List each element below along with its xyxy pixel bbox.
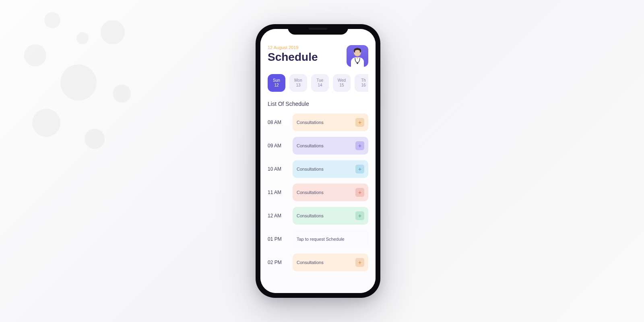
day-chip[interactable]: Tue14 (311, 74, 329, 92)
day-chip[interactable]: Sun12 (268, 74, 285, 92)
phone-screen: 12 August 2019 Schedule Sun12Mon13Tue14W… (260, 29, 376, 293)
slot-label: Consultations (297, 167, 324, 171)
add-button[interactable]: + (355, 118, 364, 127)
schedule-row: 02 PMConsultations+ (268, 254, 368, 271)
add-button[interactable]: + (355, 141, 364, 150)
day-number: 15 (339, 83, 344, 88)
plus-icon: + (358, 166, 361, 172)
phone-frame: 12 August 2019 Schedule Sun12Mon13Tue14W… (256, 24, 380, 298)
add-button[interactable]: + (355, 211, 364, 220)
avatar[interactable] (347, 45, 368, 67)
background-pattern (20, 8, 181, 169)
day-number: 14 (318, 83, 322, 88)
day-chip[interactable]: Wed15 (333, 74, 351, 92)
schedule-row: 11 AMConsultations+ (268, 184, 368, 201)
consultation-card[interactable]: Consultations+ (293, 160, 368, 178)
phone-notch (288, 24, 348, 35)
slot-label: Consultations (297, 143, 324, 148)
plus-icon: + (358, 189, 361, 196)
header-date: 12 August 2019 (268, 45, 318, 50)
slot-time: 10 AM (268, 166, 287, 172)
consultation-card[interactable]: Consultations+ (293, 254, 368, 271)
slot-time: 09 AM (268, 143, 287, 149)
plus-icon: + (358, 259, 361, 266)
add-button[interactable]: + (355, 165, 364, 173)
schedule-row: 09 AMConsultations+ (268, 137, 368, 155)
add-button[interactable]: + (355, 258, 364, 267)
slot-label: Consultations (297, 190, 324, 195)
day-number: 16 (361, 83, 365, 88)
schedule-row: 12 AMConsultations+ (268, 207, 368, 225)
schedule-row: 01 PMTap to request Schedule (268, 230, 368, 248)
schedule-row: 10 AMConsultations+ (268, 160, 368, 178)
slot-label: Consultations (297, 213, 324, 218)
schedule-row: 08 AMConsultations+ (268, 114, 368, 131)
slot-time: 12 AM (268, 213, 287, 219)
add-button[interactable]: + (355, 188, 364, 197)
day-name: Sun (273, 78, 280, 83)
day-name: Wed (338, 78, 346, 83)
consultation-card[interactable]: Consultations+ (293, 137, 368, 155)
header: 12 August 2019 Schedule (268, 45, 368, 67)
day-picker: Sun12Mon13Tue14Wed15Th16 (268, 74, 368, 92)
consultation-card[interactable]: Consultations+ (293, 207, 368, 225)
schedule-list: 08 AMConsultations+09 AMConsultations+10… (268, 114, 368, 271)
slot-label: Consultations (297, 260, 324, 265)
day-chip[interactable]: Th16 (355, 74, 368, 92)
day-chip[interactable]: Mon13 (289, 74, 307, 92)
svg-point-1 (357, 62, 358, 64)
slot-time: 01 PM (268, 236, 287, 242)
plus-icon: + (358, 142, 361, 149)
day-name: Th (361, 78, 366, 83)
section-label: List Of Schedule (268, 101, 368, 107)
slot-label: Consultations (297, 120, 324, 125)
consultation-card[interactable]: Consultations+ (293, 184, 368, 201)
plus-icon: + (358, 119, 361, 126)
doctor-avatar-icon (348, 47, 367, 67)
plus-icon: + (358, 213, 361, 219)
day-name: Tue (317, 78, 324, 83)
consultation-card[interactable]: Consultations+ (293, 114, 368, 131)
header-text-block: 12 August 2019 Schedule (268, 45, 318, 64)
slot-time: 11 AM (268, 190, 287, 195)
page-title: Schedule (268, 51, 318, 64)
slot-time: 08 AM (268, 120, 287, 125)
slot-label: Tap to request Schedule (297, 237, 345, 242)
day-name: Mon (294, 78, 302, 83)
day-number: 12 (274, 83, 279, 88)
slot-time: 02 PM (268, 260, 287, 265)
day-number: 13 (296, 83, 300, 88)
empty-slot-card[interactable]: Tap to request Schedule (293, 230, 368, 248)
